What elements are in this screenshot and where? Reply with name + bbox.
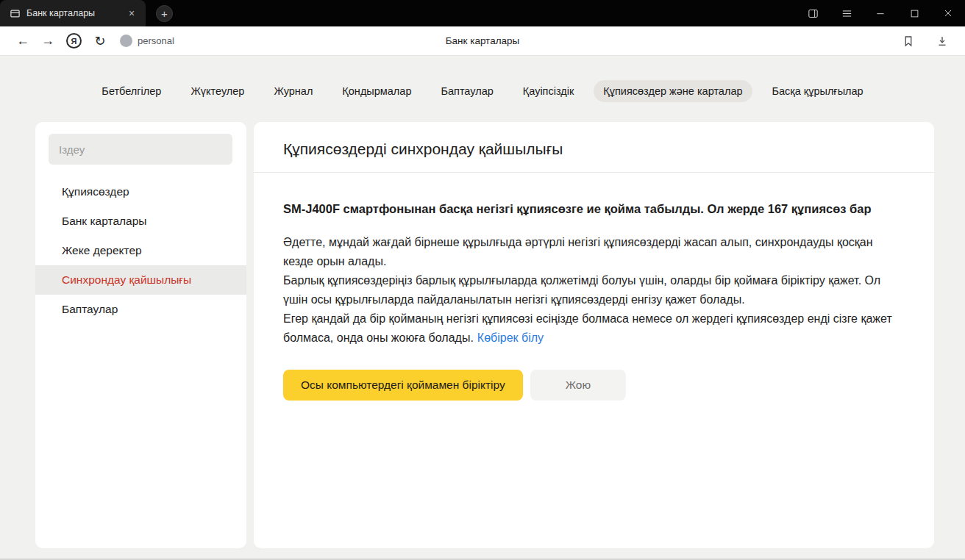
nav-tab-downloads[interactable]: Жүктеулер	[181, 80, 254, 102]
action-buttons: Осы компьютердегі қоймамен біріктіру Жою	[283, 370, 905, 401]
close-icon[interactable]	[931, 0, 965, 26]
download-icon[interactable]	[930, 29, 955, 54]
paragraph: Барлық құпиясөздеріңіз барлық құрылғылар…	[283, 271, 894, 309]
tab-favicon-icon	[10, 8, 21, 19]
new-tab-button[interactable]: +	[156, 5, 173, 22]
profile-label: personal	[138, 35, 174, 46]
tab-title: Банк карталары	[26, 8, 119, 18]
conflict-heading: SM-J400F смартфонынан басқа негізгі құпи…	[283, 199, 894, 218]
toolbar-right-actions	[896, 29, 955, 54]
window-controls	[796, 0, 965, 26]
minimize-icon[interactable]	[863, 0, 897, 26]
refresh-icon[interactable]: ↻	[88, 29, 113, 54]
paragraph: Әдетте, мұндай жағдай бірнеше құрылғыда …	[283, 233, 894, 271]
titlebar: Банк карталары × +	[0, 0, 965, 26]
sidebar-item-passwords[interactable]: Құпиясөздер	[35, 177, 246, 207]
settings-page: Бетбелгілер Жүктеулер Журнал Қондырмалар…	[0, 56, 965, 548]
settings-nav-tabs: Бетбелгілер Жүктеулер Журнал Қондырмалар…	[0, 80, 965, 102]
nav-tab-history[interactable]: Журнал	[264, 80, 322, 102]
nav-tab-bookmarks[interactable]: Бетбелгілер	[92, 80, 171, 102]
sidebar-menu: Құпиясөздер Банк карталары Жеке деректер…	[35, 177, 246, 324]
delete-button[interactable]: Жою	[530, 370, 626, 401]
toolbar: ← → Я ↻ personal Банк карталары	[0, 26, 965, 56]
tab-close-icon[interactable]: ×	[125, 7, 138, 20]
sidebar-item-sync-conflict[interactable]: Синхрондау қайшылығы	[35, 265, 246, 295]
sync-conflict-body: SM-J400F смартфонынан басқа негізгі құпи…	[254, 173, 934, 427]
nav-tab-security[interactable]: Қауіпсіздік	[513, 80, 584, 102]
search-input[interactable]	[49, 134, 232, 165]
conflict-description: Әдетте, мұндай жағдай бірнеше құрылғыда …	[283, 233, 894, 347]
sidebar-item-bank-cards[interactable]: Банк карталары	[35, 207, 246, 236]
nav-tab-extensions[interactable]: Қондырмалар	[332, 80, 421, 102]
profile-badge[interactable]: personal	[120, 35, 174, 47]
back-icon[interactable]: ←	[10, 29, 35, 54]
sidebar: Құпиясөздер Банк карталары Жеке деректер…	[35, 122, 246, 548]
yandex-logo-icon[interactable]: Я	[66, 33, 82, 49]
browser-tab[interactable]: Банк карталары ×	[0, 0, 146, 26]
profile-avatar-icon	[120, 35, 132, 47]
menu-icon[interactable]	[830, 0, 863, 26]
main-panel: Құпиясөздерді синхрондау қайшылығы SM-J4…	[254, 122, 934, 548]
nav-tab-other-devices[interactable]: Басқа құрылғылар	[763, 80, 873, 102]
merge-button[interactable]: Осы компьютердегі қоймамен біріктіру	[283, 370, 523, 401]
learn-more-link[interactable]: Көбірек білу	[477, 331, 544, 344]
sidebar-item-settings[interactable]: Баптаулар	[35, 295, 246, 324]
forward-icon[interactable]: →	[35, 29, 60, 54]
sidebar-search	[49, 134, 232, 165]
paragraph-text: Егер қандай да бір қойманың негізгі құпи…	[283, 312, 892, 344]
side-panel-icon[interactable]	[796, 0, 830, 26]
sidebar-item-personal-data[interactable]: Жеке деректер	[35, 236, 246, 265]
paragraph: Егер қандай да бір қойманың негізгі құпи…	[283, 309, 894, 348]
content-cards: Құпиясөздер Банк карталары Жеке деректер…	[35, 122, 934, 548]
maximize-icon[interactable]	[897, 0, 931, 26]
page-title: Құпиясөздерді синхрондау қайшылығы	[254, 122, 934, 173]
nav-tab-passwords-and-cards[interactable]: Құпиясөздер және карталар	[594, 80, 752, 102]
bookmark-icon[interactable]	[896, 29, 921, 54]
nav-tab-settings[interactable]: Баптаулар	[431, 80, 502, 102]
